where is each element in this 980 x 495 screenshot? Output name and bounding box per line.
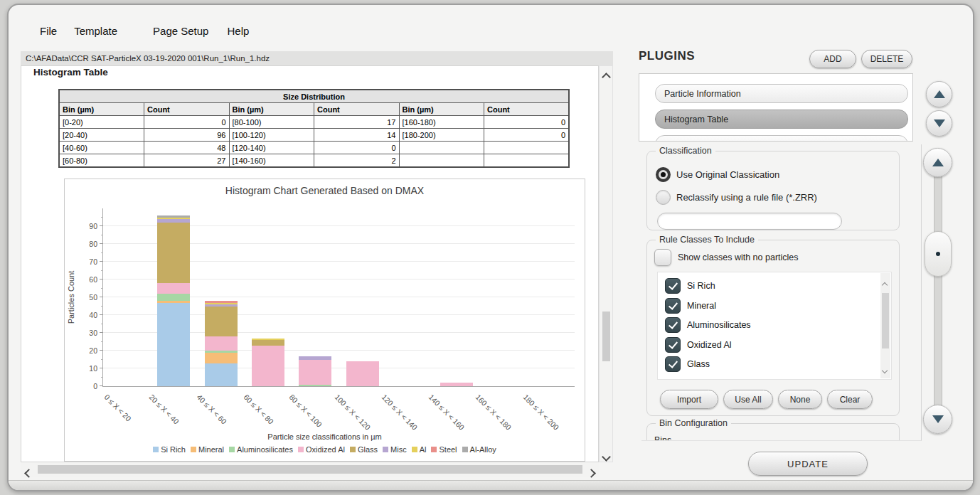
bar-segment-mineral: [157, 301, 190, 303]
y-major-tick: [100, 243, 103, 244]
horizontal-scroll-thumb[interactable]: [38, 465, 582, 474]
window-bottom-edge: [9, 480, 973, 490]
move-up-button[interactable]: [926, 81, 952, 107]
none-button[interactable]: None: [778, 390, 822, 409]
checkbox-checked-icon[interactable]: [665, 356, 681, 372]
list-scroll-up-icon[interactable]: [883, 277, 887, 290]
table-header-row: Bin (µm)CountBin (µm)CountBin (µm)Count: [59, 103, 569, 116]
rule-class-row-aluminosilicates[interactable]: Aluminosilicates: [665, 317, 751, 333]
checkbox-unchecked-icon[interactable]: [654, 249, 671, 266]
count-cell: 14: [314, 129, 400, 142]
column-header: Bin (µm): [229, 103, 314, 116]
rule-classes-scrollbar[interactable]: [880, 273, 890, 378]
legend-item-si-rich: Si Rich: [153, 445, 186, 454]
bar-segment-oxidized-al: [440, 383, 473, 386]
count-cell: [484, 154, 570, 168]
menu-item-help[interactable]: Help: [227, 25, 249, 37]
y-minor-tick: [101, 324, 103, 324]
y-minor-tick: [101, 252, 103, 253]
move-down-button[interactable]: [926, 110, 952, 137]
checkbox-checked-icon[interactable]: [665, 337, 681, 353]
x-tick-label: 180 ≤ X < 200: [521, 393, 560, 432]
use-all-button[interactable]: Use All: [723, 390, 773, 409]
bar-segment-mineral: [205, 353, 238, 363]
plugin-item-partial[interactable]: [655, 135, 908, 142]
count-cell: 48: [144, 142, 230, 154]
column-header: Count: [484, 103, 570, 116]
scroll-left-icon[interactable]: [26, 467, 33, 474]
radio-reclassify[interactable]: Reclassify using a rule file (*.ZRR): [656, 190, 817, 205]
rule-class-row-glass[interactable]: Glass: [665, 356, 710, 372]
list-scroll-thumb[interactable]: [882, 293, 889, 348]
bar-segment-si-rich: [205, 363, 238, 387]
bin-cell: [60-80): [59, 154, 144, 168]
legend-item-steel: Steel: [431, 445, 457, 454]
import-button[interactable]: Import: [660, 390, 718, 409]
down-triangle-icon: [934, 119, 945, 127]
radio-use-original[interactable]: Use Original Classication: [656, 167, 779, 182]
x-tick-label: 120 ≤ X < 140: [380, 393, 419, 432]
count-cell: 0: [144, 116, 230, 129]
checkbox-checked-icon[interactable]: [665, 317, 681, 333]
count-cell: 0: [484, 116, 570, 129]
bar-segment-al: [205, 303, 238, 305]
x-tick-label: 140 ≤ X < 160: [427, 393, 467, 432]
clear-button[interactable]: Clear: [827, 390, 873, 409]
count-cell: 2: [314, 154, 400, 168]
legend-label: Aluminosilicates: [237, 445, 293, 454]
size-distribution-table: Size DistributionBin (µm)CountBin (µm)Co…: [58, 89, 570, 168]
rule-class-label: Oxidized Al: [687, 340, 732, 350]
table-row: [0-20)0[80-100)17[160-180)0: [59, 116, 569, 129]
scroll-right-icon[interactable]: [588, 467, 595, 474]
document-canvas: Histogram Table Size DistributionBin (µm…: [21, 65, 599, 462]
menu-item-file[interactable]: File: [40, 25, 57, 37]
app-window: FileTemplatePage SetupHelp C:\AFAData\CC…: [7, 4, 974, 491]
plugin-item-particle-information[interactable]: Particle Information: [655, 84, 908, 103]
legend-item-aluminosilicates: Aluminosilicates: [229, 445, 293, 454]
plugins-listbox[interactable]: Particle InformationHistogram Table: [639, 73, 913, 142]
panel-slider-thumb[interactable]: [925, 231, 952, 277]
scroll-up-icon[interactable]: [603, 70, 610, 79]
count-cell: 17: [314, 116, 400, 129]
rule-classes-group-label: Rule Classes To Include: [656, 235, 758, 245]
bin-configuration-group-label: Bin Configuration: [656, 418, 731, 428]
panel-scroll-up-button[interactable]: [923, 148, 952, 177]
rule-file-input[interactable]: [657, 213, 842, 230]
column-header: Count: [144, 103, 230, 116]
menu-bar: FileTemplatePage SetupHelp: [40, 25, 266, 37]
add-button[interactable]: ADD: [809, 50, 856, 68]
menu-item-template[interactable]: Template: [74, 25, 117, 37]
menu-item-page-setup[interactable]: Page Setup: [153, 25, 208, 37]
vertical-scroll-thumb[interactable]: [602, 312, 610, 361]
panel-scroll-down-button[interactable]: [923, 405, 952, 434]
classification-group-label: Classification: [656, 146, 715, 156]
rule-classes-list[interactable]: Si RichMineralAluminosilicatesOxidized A…: [657, 272, 892, 380]
list-scroll-down-icon[interactable]: [883, 363, 887, 376]
y-tick-label: 60: [75, 275, 97, 284]
bar-segment-oxidized-al: [299, 360, 331, 385]
checkbox-checked-icon[interactable]: [665, 278, 681, 294]
checkbox-checked-icon[interactable]: [665, 298, 681, 314]
legend-item-mineral: Mineral: [191, 445, 224, 454]
delete-button[interactable]: DELETE: [861, 50, 912, 68]
document-horizontal-scrollbar[interactable]: [21, 462, 599, 477]
rule-class-row-si-rich[interactable]: Si Rich: [665, 278, 715, 294]
document-vertical-scrollbar[interactable]: [599, 65, 613, 462]
update-button[interactable]: UPDATE: [748, 452, 868, 476]
rule-class-row-mineral[interactable]: Mineral: [665, 298, 716, 314]
scroll-down-icon[interactable]: [603, 450, 610, 459]
column-header: Bin (µm): [399, 103, 484, 116]
radio-selected-icon[interactable]: [656, 167, 671, 182]
x-tick-label: 160 ≤ X < 180: [474, 393, 513, 432]
table-row: [40-60)48[120-140)0: [59, 142, 569, 154]
chart-legend: Si RichMineralAluminosilicatesOxidized A…: [65, 445, 585, 454]
bar-segment-aluminosilicates: [157, 294, 190, 301]
table-title: Size Distribution: [59, 90, 569, 103]
panel-slider-track[interactable]: [934, 169, 942, 414]
radio-unselected-icon[interactable]: [656, 190, 671, 205]
y-minor-tick: [101, 235, 103, 235]
plugin-item-histogram-table[interactable]: Histogram Table: [655, 110, 908, 129]
rule-class-row-oxidized-al[interactable]: Oxidized Al: [665, 337, 732, 353]
show-no-particles-row[interactable]: Show classes with no particles: [654, 249, 799, 266]
bin-cell: [160-180): [399, 116, 484, 129]
